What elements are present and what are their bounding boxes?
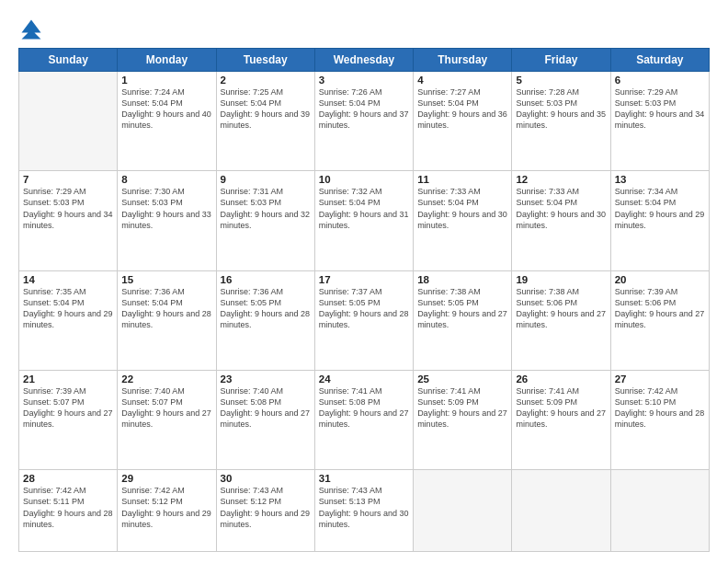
day-number: 20 xyxy=(615,274,705,285)
day-detail: Sunrise: 7:42 AMSunset: 5:11 PMDaylight:… xyxy=(23,486,113,528)
day-number: 22 xyxy=(121,373,211,385)
calendar-cell xyxy=(512,470,610,552)
calendar-cell: 23Sunrise: 7:40 AMSunset: 5:08 PMDayligh… xyxy=(216,370,314,469)
calendar-week-row: 7Sunrise: 7:29 AMSunset: 5:03 PMDaylight… xyxy=(19,171,710,270)
calendar-table: SundayMondayTuesdayWednesdayThursdayFrid… xyxy=(18,48,710,552)
day-number: 2 xyxy=(221,75,311,86)
calendar-cell: 3Sunrise: 7:26 AMSunset: 5:04 PMDaylight… xyxy=(314,72,413,171)
day-number: 21 xyxy=(23,373,113,385)
day-number: 14 xyxy=(23,274,113,285)
day-detail: Sunrise: 7:41 AMSunset: 5:09 PMDaylight:… xyxy=(516,386,606,429)
day-number: 7 xyxy=(23,174,113,185)
day-header-tuesday: Tuesday xyxy=(216,49,314,72)
day-detail: Sunrise: 7:30 AMSunset: 5:03 PMDaylight:… xyxy=(121,187,211,229)
day-detail: Sunrise: 7:35 AMSunset: 5:04 PMDaylight:… xyxy=(23,287,113,329)
day-detail: Sunrise: 7:29 AMSunset: 5:03 PMDaylight:… xyxy=(23,187,113,229)
day-detail: Sunrise: 7:42 AMSunset: 5:10 PMDaylight:… xyxy=(615,386,705,429)
day-detail: Sunrise: 7:38 AMSunset: 5:06 PMDaylight:… xyxy=(516,287,606,329)
calendar-cell: 6Sunrise: 7:29 AMSunset: 5:03 PMDaylight… xyxy=(610,72,709,171)
day-header-sunday: Sunday xyxy=(19,49,118,72)
calendar-cell: 7Sunrise: 7:29 AMSunset: 5:03 PMDaylight… xyxy=(19,171,118,270)
day-detail: Sunrise: 7:32 AMSunset: 5:04 PMDaylight:… xyxy=(319,187,409,229)
day-number: 9 xyxy=(221,174,311,185)
header xyxy=(18,17,710,42)
day-number: 31 xyxy=(319,473,409,484)
day-number: 11 xyxy=(417,174,507,185)
day-detail: Sunrise: 7:43 AMSunset: 5:12 PMDaylight:… xyxy=(221,486,311,528)
day-detail: Sunrise: 7:26 AMSunset: 5:04 PMDaylight:… xyxy=(319,87,409,130)
calendar-week-row: 28Sunrise: 7:42 AMSunset: 5:11 PMDayligh… xyxy=(19,470,710,552)
day-number: 23 xyxy=(221,373,311,385)
logo-icon xyxy=(18,17,44,42)
day-detail: Sunrise: 7:25 AMSunset: 5:04 PMDaylight:… xyxy=(221,87,311,130)
calendar-cell: 19Sunrise: 7:38 AMSunset: 5:06 PMDayligh… xyxy=(512,270,610,370)
calendar-cell: 20Sunrise: 7:39 AMSunset: 5:06 PMDayligh… xyxy=(610,270,709,370)
day-number: 13 xyxy=(615,174,705,185)
day-number: 17 xyxy=(319,274,409,285)
day-detail: Sunrise: 7:28 AMSunset: 5:03 PMDaylight:… xyxy=(516,87,606,130)
day-number: 6 xyxy=(615,75,705,86)
calendar-week-row: 1Sunrise: 7:24 AMSunset: 5:04 PMDaylight… xyxy=(19,72,710,171)
calendar-cell: 17Sunrise: 7:37 AMSunset: 5:05 PMDayligh… xyxy=(314,270,413,370)
calendar-cell: 30Sunrise: 7:43 AMSunset: 5:12 PMDayligh… xyxy=(216,470,314,552)
day-detail: Sunrise: 7:27 AMSunset: 5:04 PMDaylight:… xyxy=(417,87,507,130)
calendar-week-row: 21Sunrise: 7:39 AMSunset: 5:07 PMDayligh… xyxy=(19,370,710,469)
day-detail: Sunrise: 7:24 AMSunset: 5:04 PMDaylight:… xyxy=(121,87,211,130)
day-detail: Sunrise: 7:36 AMSunset: 5:05 PMDaylight:… xyxy=(221,287,311,329)
calendar-cell: 21Sunrise: 7:39 AMSunset: 5:07 PMDayligh… xyxy=(19,370,118,469)
day-number: 12 xyxy=(516,174,606,185)
day-header-monday: Monday xyxy=(118,49,216,72)
calendar-cell: 11Sunrise: 7:33 AMSunset: 5:04 PMDayligh… xyxy=(414,171,512,270)
day-number: 8 xyxy=(121,174,211,185)
day-number: 18 xyxy=(417,274,507,285)
day-number: 29 xyxy=(121,473,211,484)
day-detail: Sunrise: 7:39 AMSunset: 5:07 PMDaylight:… xyxy=(23,386,113,429)
day-number: 1 xyxy=(121,75,211,86)
calendar-cell: 4Sunrise: 7:27 AMSunset: 5:04 PMDaylight… xyxy=(414,72,512,171)
day-header-saturday: Saturday xyxy=(610,49,709,72)
day-number: 3 xyxy=(319,75,409,86)
day-detail: Sunrise: 7:41 AMSunset: 5:08 PMDaylight:… xyxy=(319,386,409,429)
calendar-cell xyxy=(610,470,709,552)
calendar-cell: 28Sunrise: 7:42 AMSunset: 5:11 PMDayligh… xyxy=(19,470,118,552)
day-detail: Sunrise: 7:34 AMSunset: 5:04 PMDaylight:… xyxy=(615,187,705,229)
day-detail: Sunrise: 7:38 AMSunset: 5:05 PMDaylight:… xyxy=(417,287,507,329)
day-detail: Sunrise: 7:33 AMSunset: 5:04 PMDaylight:… xyxy=(516,187,606,229)
calendar-cell: 12Sunrise: 7:33 AMSunset: 5:04 PMDayligh… xyxy=(512,171,610,270)
day-number: 5 xyxy=(516,75,606,86)
calendar-cell: 13Sunrise: 7:34 AMSunset: 5:04 PMDayligh… xyxy=(610,171,709,270)
day-detail: Sunrise: 7:42 AMSunset: 5:12 PMDaylight:… xyxy=(121,486,211,528)
calendar-cell: 27Sunrise: 7:42 AMSunset: 5:10 PMDayligh… xyxy=(610,370,709,469)
day-number: 26 xyxy=(516,373,606,385)
calendar-cell: 31Sunrise: 7:43 AMSunset: 5:13 PMDayligh… xyxy=(314,470,413,552)
day-detail: Sunrise: 7:40 AMSunset: 5:08 PMDaylight:… xyxy=(221,386,311,429)
day-detail: Sunrise: 7:43 AMSunset: 5:13 PMDaylight:… xyxy=(319,486,409,528)
day-detail: Sunrise: 7:39 AMSunset: 5:06 PMDaylight:… xyxy=(615,287,705,329)
calendar-cell: 14Sunrise: 7:35 AMSunset: 5:04 PMDayligh… xyxy=(19,270,118,370)
calendar-cell: 26Sunrise: 7:41 AMSunset: 5:09 PMDayligh… xyxy=(512,370,610,469)
day-detail: Sunrise: 7:40 AMSunset: 5:07 PMDaylight:… xyxy=(121,386,211,429)
calendar-cell: 2Sunrise: 7:25 AMSunset: 5:04 PMDaylight… xyxy=(216,72,314,171)
calendar-cell: 24Sunrise: 7:41 AMSunset: 5:08 PMDayligh… xyxy=(314,370,413,469)
calendar-week-row: 14Sunrise: 7:35 AMSunset: 5:04 PMDayligh… xyxy=(19,270,710,370)
calendar-cell: 18Sunrise: 7:38 AMSunset: 5:05 PMDayligh… xyxy=(414,270,512,370)
calendar-cell: 16Sunrise: 7:36 AMSunset: 5:05 PMDayligh… xyxy=(216,270,314,370)
day-detail: Sunrise: 7:33 AMSunset: 5:04 PMDaylight:… xyxy=(417,187,507,229)
day-detail: Sunrise: 7:31 AMSunset: 5:03 PMDaylight:… xyxy=(221,187,311,229)
day-number: 27 xyxy=(615,373,705,385)
calendar-cell: 5Sunrise: 7:28 AMSunset: 5:03 PMDaylight… xyxy=(512,72,610,171)
svg-marker-0 xyxy=(22,20,41,40)
day-number: 30 xyxy=(221,473,311,484)
calendar-cell: 29Sunrise: 7:42 AMSunset: 5:12 PMDayligh… xyxy=(118,470,216,552)
logo xyxy=(18,17,48,42)
day-detail: Sunrise: 7:41 AMSunset: 5:09 PMDaylight:… xyxy=(417,386,507,429)
calendar-cell: 22Sunrise: 7:40 AMSunset: 5:07 PMDayligh… xyxy=(118,370,216,469)
day-number: 28 xyxy=(23,473,113,484)
day-detail: Sunrise: 7:29 AMSunset: 5:03 PMDaylight:… xyxy=(615,87,705,130)
day-number: 19 xyxy=(516,274,606,285)
calendar-header-row: SundayMondayTuesdayWednesdayThursdayFrid… xyxy=(19,49,710,72)
day-header-wednesday: Wednesday xyxy=(314,49,413,72)
day-detail: Sunrise: 7:37 AMSunset: 5:05 PMDaylight:… xyxy=(319,287,409,329)
calendar-cell: 10Sunrise: 7:32 AMSunset: 5:04 PMDayligh… xyxy=(314,171,413,270)
day-number: 25 xyxy=(417,373,507,385)
